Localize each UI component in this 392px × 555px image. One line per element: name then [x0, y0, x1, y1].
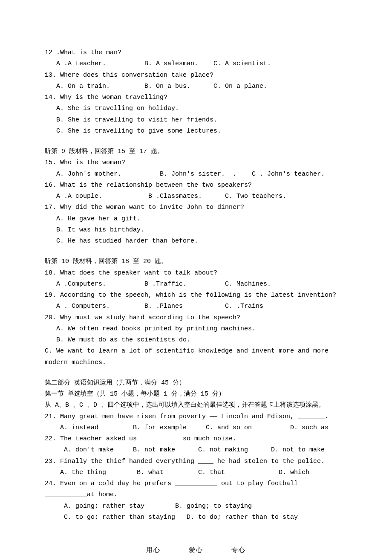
q18-stem: 18. What does the speaker want to talk a…	[45, 268, 347, 279]
page-top-rule	[45, 30, 347, 30]
footer-word-2: 爱心	[189, 544, 203, 555]
q15-stem: 15. Who is the woman?	[45, 157, 347, 168]
q20-option-a: A. We often read books printed by printi…	[45, 324, 347, 335]
q17-stem: 17. Why did the woman want to invite Joh…	[45, 202, 347, 213]
q22-options: A. don't make B. not make C. not making …	[45, 445, 347, 456]
q16-options: A .A couple. B .Classmates. C. Two teach…	[45, 191, 347, 202]
q23-options: A. the thing B. what C. that D. which	[45, 467, 347, 478]
q17-option-b: B. It was his birthday.	[45, 225, 347, 236]
q20-option-b: B. We must do as the scientists do.	[45, 335, 347, 346]
q24-options-ab: A. going; rather stay B. going; to stayi…	[45, 501, 347, 512]
question-block-15-17: 听第 9 段材料，回答第 15 至 17 题。 15. Who is the w…	[45, 146, 347, 247]
q12-options: A .A teacher. B. A salesman. C. A scient…	[45, 58, 347, 69]
q18-options: A .Computers. B .Traffic. C. Machines.	[45, 279, 347, 290]
q23-stem: 23. Finally the thief handed everything …	[45, 456, 347, 467]
q12-stem: 12 .What is the man?	[45, 47, 347, 58]
q21-options: A. instead B. for example C. and so on D…	[45, 422, 347, 434]
q19-stem: 19. According to the speech, which is th…	[45, 290, 347, 301]
q24-stem: 24. Even on a cold day he prefers ______…	[45, 478, 347, 501]
q14-option-a: A. She is travelling on holiday.	[45, 103, 347, 114]
footer-word-3: 专心	[231, 544, 246, 555]
passage-9-heading: 听第 9 段材料，回答第 15 至 17 题。	[45, 146, 347, 157]
q17-option-a: A. He gave her a gift.	[45, 214, 347, 225]
passage-10-heading: 听第 10 段材料，回答第 18 至 20 题。	[45, 256, 347, 267]
section-1-heading: 第一节 单选填空（共 15 小题，每小题 1 分，满分 15 分）	[45, 389, 347, 400]
section-1-instructions: 从 A、B 、C 、D 、四个选项中，选出可以填入空白处的最佳选项，并在答题卡上…	[45, 400, 347, 411]
footer-word-1: 用心	[146, 544, 161, 555]
q22-stem: 22. The teacher asked us __________ so m…	[45, 434, 347, 445]
q17-option-c: C. He has studied harder than before.	[45, 236, 347, 247]
part-2-section: 第二部分 英语知识运用（共两节，满分 45 分） 第一节 单选填空（共 15 小…	[45, 378, 347, 523]
q13-stem: 13. Where does this conversation take pl…	[45, 70, 347, 81]
q19-options: A . Computers. B. .Planes C. .Trains	[45, 301, 347, 312]
page-footer: 用心 爱心 专心	[45, 544, 347, 555]
q24-options-cd: C. to go; rather than staying D. to do; …	[45, 512, 347, 523]
q14-stem: 14. Why is the woman travelling?	[45, 92, 347, 103]
question-block-12-14: 12 .What is the man? A .A teacher. B. A …	[45, 47, 347, 137]
q21-stem: 21. Many great men have risen from pover…	[45, 411, 347, 422]
question-block-18-20: 听第 10 段材料，回答第 18 至 20 题。 18. What does t…	[45, 256, 347, 368]
q20-stem: 20. Why must we study hard according to …	[45, 312, 347, 324]
q14-option-b: B. She is travelling to visit her friend…	[45, 115, 347, 126]
q13-options: A. On a train. B. On a bus. C. On a plan…	[45, 81, 347, 92]
q16-stem: 16. What is the relationship between the…	[45, 180, 347, 191]
q20-option-c: C. We want to learn a lot of scientific …	[45, 346, 347, 368]
q15-options: A. John's mother. B. John's sister. . C …	[45, 169, 347, 180]
q14-option-c: C. She is travelling to give some lectur…	[45, 126, 347, 137]
part-2-heading: 第二部分 英语知识运用（共两节，满分 45 分）	[45, 378, 347, 389]
